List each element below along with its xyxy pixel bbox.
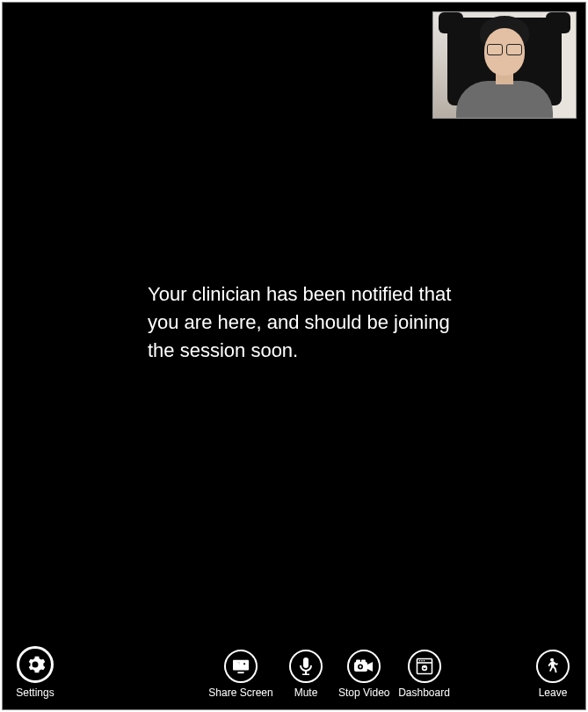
stop-video-label: Stop Video [338, 687, 390, 699]
leave-icon [543, 657, 563, 676]
waiting-room-message: Your clinician has been notified that yo… [148, 280, 464, 365]
svg-point-20 [423, 660, 425, 662]
mute-button[interactable]: Mute [279, 650, 333, 699]
settings-button[interactable]: Settings [11, 646, 59, 699]
video-call-window: Your clinician has been notified that yo… [2, 2, 586, 710]
settings-label: Settings [16, 687, 54, 699]
svg-point-23 [550, 658, 554, 662]
gear-icon [25, 654, 46, 675]
svg-rect-10 [302, 674, 309, 676]
microphone-icon [298, 657, 314, 676]
svg-rect-8 [303, 658, 309, 668]
svg-rect-4 [237, 663, 238, 665]
stop-video-button[interactable]: Stop Video [337, 650, 392, 699]
svg-point-18 [418, 660, 420, 662]
svg-point-13 [359, 665, 362, 668]
svg-rect-6 [243, 665, 245, 667]
call-toolbar: Settings [3, 641, 585, 702]
svg-rect-9 [305, 671, 307, 674]
video-camera-icon [353, 658, 374, 674]
share-screen-button[interactable]: Share Screen [207, 650, 275, 699]
leave-label: Leave [539, 687, 568, 699]
share-screen-label: Share Screen [208, 687, 272, 699]
svg-rect-14 [356, 660, 360, 663]
leave-button[interactable]: Leave [529, 650, 577, 699]
svg-rect-15 [361, 660, 366, 663]
mute-label: Mute [294, 687, 318, 699]
share-screen-icon [231, 658, 250, 674]
svg-rect-7 [237, 672, 243, 673]
self-video-preview [432, 11, 577, 119]
svg-point-19 [421, 660, 423, 662]
dashboard-button[interactable]: Dashboard [396, 650, 454, 699]
dashboard-label: Dashboard [398, 687, 450, 699]
dashboard-icon [416, 658, 433, 675]
